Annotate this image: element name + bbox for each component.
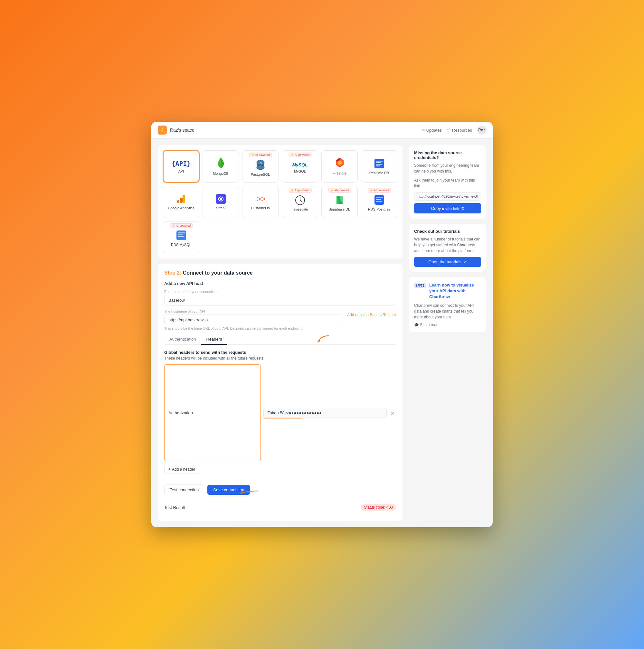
datasource-timescale-label: Timescale — [292, 207, 308, 211]
svg-rect-9 — [375, 159, 384, 168]
api-learn-badge: {API} — [414, 283, 426, 288]
datasource-mysql-label: MySQL — [294, 169, 306, 173]
right-panel: Missing the data source credentials? Som… — [409, 145, 486, 521]
tutorials-card-title: Check out our tutorials — [414, 229, 481, 234]
headers-section: Global headers to send with the requests… — [164, 350, 396, 474]
firestore-icon — [335, 158, 345, 169]
svg-rect-13 — [376, 166, 380, 166]
datasource-rdspostgres[interactable]: ⚡ AI-powered RDS Postgres — [361, 186, 397, 218]
svg-rect-10 — [376, 161, 383, 162]
timescale-icon — [295, 195, 305, 205]
credentials-card-text: Someone from your engineering team can h… — [414, 163, 481, 174]
datasource-googleanalytics[interactable]: Google Analytics — [163, 186, 199, 218]
api-learn-title[interactable]: Learn how to visualize your API data wit… — [429, 282, 481, 300]
open-tutorials-button[interactable]: Open the tutorials ↗ — [414, 257, 481, 267]
hostname-input[interactable] — [164, 314, 343, 325]
read-time: 🎓 5 min read — [414, 322, 481, 327]
header-value-progress — [263, 419, 302, 419]
datasource-realtimedb[interactable]: Realtime DB — [361, 150, 397, 182]
heart-icon: ♡ — [447, 128, 451, 133]
app-logo: ✋ — [158, 126, 167, 135]
rdspostgres-icon — [374, 194, 385, 205]
svg-text:PG: PG — [259, 161, 262, 164]
headers-subtitle: These headers will be included with all … — [164, 356, 396, 360]
actions-row: Test connection Save connection — [164, 484, 396, 495]
headers-arrow-annotation — [312, 333, 332, 345]
user-avatar[interactable]: Raz — [477, 126, 486, 135]
add-header-button[interactable]: + Add a header — [164, 465, 199, 474]
datasource-strapi-label: Strapi — [216, 206, 225, 210]
datasource-supabasedb[interactable]: ⚡ AI-powered Supabase DB — [321, 186, 358, 218]
datasource-strapi[interactable]: Strapi — [203, 186, 239, 218]
datasource-mongodb-label: MongoDB — [213, 172, 229, 175]
datasource-firestore[interactable]: Firestore — [321, 150, 358, 182]
timescale-ai-badge: ⚡ AI-powered — [289, 188, 311, 192]
test-connection-button[interactable]: Test connection — [164, 484, 204, 495]
datasource-rdsmysql[interactable]: ⚡ AI-powered RDS MySQL — [163, 221, 199, 253]
resources-link[interactable]: ♡ Resources — [447, 128, 472, 133]
datasource-api[interactable]: {API} API — [163, 150, 199, 182]
plus-icon: + — [168, 467, 171, 472]
api-icon: {API} — [171, 160, 190, 167]
headers-title: Global headers to send with the requests — [164, 350, 396, 355]
svg-rect-21 — [376, 197, 383, 198]
datasource-rdspostgres-label: RDS Postgres — [368, 207, 391, 211]
datasource-grid: {API} API MongoDB ⚡ AI-power — [158, 145, 402, 259]
connection-name-input[interactable] — [164, 295, 396, 305]
api-learn-text: Chartbrew can connect to your API data a… — [414, 303, 481, 320]
svg-rect-23 — [376, 201, 382, 202]
add-header-label: Add a header — [172, 467, 195, 472]
datasource-customerio[interactable]: >> Customer.io — [242, 186, 278, 218]
status-code-badge: Status code: 400 — [361, 504, 396, 511]
header-key-input[interactable] — [164, 364, 261, 461]
svg-rect-11 — [376, 162, 381, 163]
tab-authentication[interactable]: Authentication — [164, 334, 201, 345]
svg-rect-12 — [376, 164, 382, 165]
read-time-text: 5 min read — [420, 322, 438, 327]
datasource-mongodb[interactable]: MongoDB — [203, 150, 239, 182]
left-panel: {API} API MongoDB ⚡ AI-power — [158, 145, 402, 521]
rdspostgres-ai-badge: ⚡ AI-powered — [368, 188, 391, 192]
app-window: ✋ Raz's space Updates ♡ Resources Raz — [151, 122, 493, 527]
datasource-postgresql-label: PostgreSQL — [251, 173, 270, 176]
credentials-card-title: Missing the data source credentials? — [414, 150, 481, 160]
header-row-1: ✕ — [164, 364, 396, 462]
hostname-label: The hostname of your API — [164, 309, 343, 313]
svg-text:>>: >> — [257, 194, 266, 203]
datasource-postgresql[interactable]: ⚡ AI-powered PG PostgreSQL — [242, 150, 278, 182]
svg-rect-27 — [178, 236, 184, 237]
mysql-icon: MySQL — [292, 162, 307, 167]
url-hint: Add only the Base URL here — [347, 309, 396, 317]
copy-icon: ⧉ — [461, 206, 464, 211]
datasource-mysql[interactable]: ⚡ AI-powered MySQL MySQL — [282, 150, 318, 182]
header-value-input[interactable] — [263, 408, 387, 418]
svg-rect-22 — [376, 199, 381, 200]
svg-rect-14 — [182, 195, 185, 203]
remove-header-button[interactable]: ✕ — [389, 409, 396, 418]
tutorials-card: Check out our tutorials We have a number… — [409, 224, 486, 272]
datasource-timescale[interactable]: ⚡ AI-powered Timescale — [282, 186, 318, 218]
step2-section: Step 2: Connect to your data source Add … — [158, 264, 402, 521]
rdsmysql-icon — [176, 230, 187, 241]
step2-title: Step 2: Connect to your data source — [164, 270, 396, 276]
invite-link-input[interactable] — [414, 192, 481, 201]
updates-link[interactable]: Updates — [422, 128, 441, 133]
step2-label: Step 2: — [164, 270, 181, 275]
main-content: {API} API MongoDB ⚡ AI-power — [151, 139, 493, 527]
svg-rect-17 — [220, 198, 222, 200]
external-link-icon: ↗ — [463, 259, 467, 264]
tutorials-card-text: We have a number of tutorials that can h… — [414, 236, 481, 254]
svg-rect-25 — [178, 232, 185, 233]
hostname-input-group: The hostname of your API Add only the Ba… — [164, 309, 396, 325]
datasource-api-label: API — [178, 169, 184, 173]
copy-invite-link-button[interactable]: Copy invite link ⧉ — [414, 203, 481, 213]
svg-point-16 — [177, 200, 179, 203]
resources-label: Resources — [452, 128, 472, 133]
svg-rect-15 — [180, 198, 182, 203]
googleanalytics-icon — [176, 194, 186, 204]
postgresql-ai-badge: ⚡ AI-powered — [249, 153, 272, 157]
copy-invite-link-label: Copy invite link — [431, 206, 459, 211]
postgresql-icon: PG — [255, 159, 266, 171]
tab-headers[interactable]: Headers — [201, 334, 227, 345]
header-key-underline — [164, 462, 190, 462]
